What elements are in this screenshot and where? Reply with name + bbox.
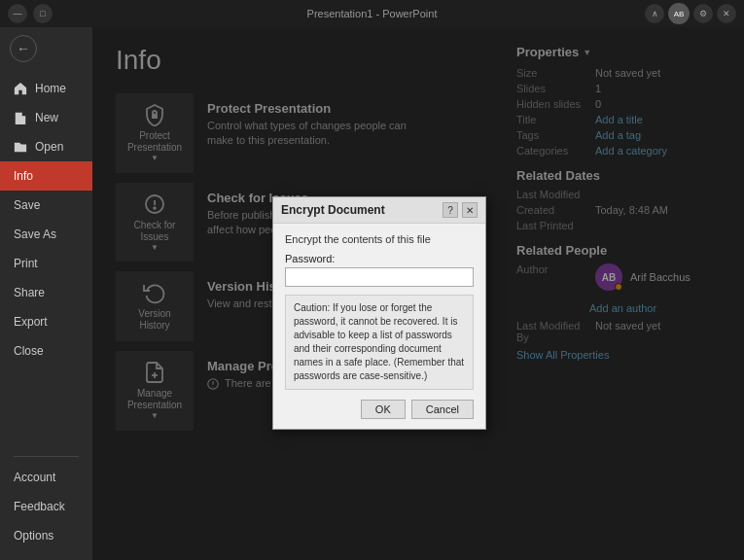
sidebar-item-info[interactable]: Info	[0, 161, 92, 191]
sidebar-home-label: Home	[35, 82, 66, 95]
sidebar-save-label: Save	[14, 198, 40, 212]
dialog-description: Encrypt the contents of this file	[285, 233, 474, 245]
sidebar-item-home[interactable]: Home	[0, 74, 92, 103]
sidebar-item-account[interactable]: Account	[0, 463, 92, 492]
maximize-btn[interactable]: □	[33, 4, 53, 23]
password-label: Password:	[285, 253, 474, 264]
sidebar-export-label: Export	[14, 315, 48, 329]
caution-text: Caution: If you lose or forget the passw…	[285, 295, 474, 390]
dialog-title: Encrypt Document	[281, 203, 385, 217]
sidebar-item-share[interactable]: Share	[0, 278, 92, 307]
dialog-body: Encrypt the contents of this file Passwo…	[273, 224, 485, 429]
dialog-buttons: OK Cancel	[285, 400, 474, 419]
cancel-button[interactable]: Cancel	[411, 400, 474, 419]
back-button[interactable]: ←	[10, 35, 37, 62]
sidebar-nav: Home New Open Info Save Save As Print	[0, 74, 92, 366]
content-area: Info Protect Presentation ▼ Pro	[92, 27, 744, 560]
user-avatar-titlebar[interactable]: AB	[668, 3, 690, 24]
sidebar-item-close[interactable]: Close	[0, 336, 92, 366]
sidebar-new-label: New	[35, 111, 58, 124]
sidebar-open-label: Open	[35, 140, 63, 154]
sidebar-item-options[interactable]: Options	[0, 521, 92, 550]
titlebar: — □ Presentation1 - PowerPoint ∧ AB ⚙ ✕	[0, 0, 744, 27]
sidebar-divider	[14, 456, 79, 457]
sidebar-item-print[interactable]: Print	[0, 249, 92, 278]
app-body: ← Home New Open Info Save Save As	[0, 27, 744, 560]
sidebar-account-label: Account	[14, 471, 55, 484]
sidebar-info-label: Info	[14, 169, 33, 183]
sidebar-item-feedback[interactable]: Feedback	[0, 492, 92, 521]
password-input[interactable]	[285, 267, 474, 287]
settings-btn[interactable]: ⚙	[693, 4, 713, 23]
ok-button[interactable]: OK	[361, 400, 406, 419]
sidebar-item-export[interactable]: Export	[0, 307, 92, 336]
titlebar-left: — □	[8, 4, 53, 23]
sidebar-print-label: Print	[14, 257, 38, 270]
sidebar-item-open[interactable]: Open	[0, 132, 92, 161]
sidebar-bottom: Account Feedback Options	[0, 450, 92, 560]
sidebar-item-new[interactable]: New	[0, 103, 92, 132]
dialog-help-btn[interactable]: ?	[443, 202, 458, 218]
dialog-close-btn[interactable]: ✕	[462, 202, 478, 218]
sidebar-options-label: Options	[14, 529, 53, 542]
titlebar-title: Presentation1 - PowerPoint	[307, 8, 438, 19]
dialog-titlebar: Encrypt Document ? ✕	[273, 197, 485, 224]
sidebar-share-label: Share	[14, 286, 45, 299]
dialog-controls: ? ✕	[443, 202, 478, 218]
sidebar-item-save[interactable]: Save	[0, 191, 92, 220]
titlebar-right: ∧ AB ⚙ ✕	[645, 3, 736, 24]
sidebar-feedback-label: Feedback	[14, 500, 65, 513]
sidebar-saveas-label: Save As	[14, 228, 56, 241]
sidebar-close-label: Close	[14, 344, 44, 358]
ribbon-toggle[interactable]: ∧	[645, 4, 664, 23]
close-window-btn[interactable]: ✕	[717, 4, 736, 23]
sidebar-item-saveas[interactable]: Save As	[0, 220, 92, 249]
sidebar-top: ←	[0, 27, 92, 74]
encrypt-dialog: Encrypt Document ? ✕ Encrypt the content…	[272, 196, 486, 430]
sidebar: ← Home New Open Info Save Save As	[0, 27, 92, 560]
minimize-btn[interactable]: —	[8, 4, 27, 23]
dialog-overlay: Encrypt Document ? ✕ Encrypt the content…	[92, 27, 744, 560]
